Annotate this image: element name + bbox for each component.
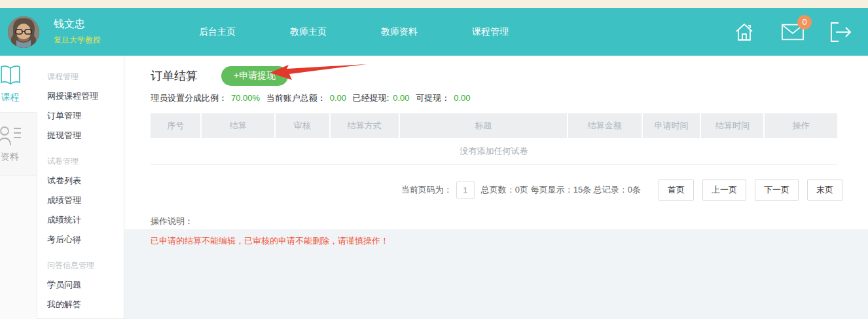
page-number-input[interactable] <box>456 181 475 199</box>
sidebar-section-qa-management: 问答信息管理 <box>47 255 124 275</box>
table-header-settlement-method: 结算方式 <box>331 113 399 138</box>
withdrawn-value: 0.00 <box>393 93 409 103</box>
header-nav: 后台主页 教师主页 教师资料 课程管理 <box>199 26 563 38</box>
sidebar-item-score-management[interactable]: 成绩管理 <box>47 191 124 210</box>
rail-label-profile: 资料 <box>1 151 19 163</box>
main-area: 订单结算 +申请提现 理员设置分成比例：70.00% 当前账户总额：0.00 已… <box>124 56 868 319</box>
available-label: 可提现： <box>416 93 450 103</box>
ratio-value: 70.00% <box>231 93 260 103</box>
table-header-settle-time: 结算时间 <box>701 113 763 138</box>
rail-item-profile[interactable]: 资料 <box>0 112 37 176</box>
table-header-review: 审核 <box>276 113 329 138</box>
mail-badge: 0 <box>797 15 812 29</box>
settlement-table: 序号 结算 审核 结算方式 标题 结算金额 申请时间 结算时间 操作 没有添加任… <box>151 113 837 165</box>
balance-label: 当前账户总额： <box>266 93 326 103</box>
sidebar-section-exam-management: 试卷管理 <box>47 151 124 171</box>
table-empty-state: 没有添加任何试卷 <box>151 138 837 165</box>
home-icon[interactable] <box>733 21 755 43</box>
page-body: 课程 资料 课程管理 网授课程管理 订单管理 提现管理 试卷管理 试卷列表 成绩… <box>0 56 868 319</box>
next-page-button[interactable]: 下一页 <box>755 179 799 201</box>
available-value: 0.00 <box>454 93 470 103</box>
balance-value: 0.00 <box>330 93 346 103</box>
page-title: 订单结算 <box>151 68 198 84</box>
nav-item-teacher-home[interactable]: 教师主页 <box>290 26 327 38</box>
current-page-label: 当前页码为： <box>401 184 452 196</box>
table-header-row: 序号 结算 审核 结算方式 标题 结算金额 申请时间 结算时间 操作 <box>151 113 837 138</box>
sidebar-item-score-statistics[interactable]: 成绩统计 <box>47 210 124 230</box>
sidebar-item-exam-reflection[interactable]: 考后心得 <box>47 230 124 250</box>
apply-withdraw-button[interactable]: +申请提现 <box>221 66 288 86</box>
user-info: 钱文忠 复旦大学教授 <box>54 18 101 46</box>
avatar[interactable] <box>8 16 39 48</box>
profile-icon <box>0 125 22 146</box>
header-icons: 0 <box>707 8 852 56</box>
prev-page-button[interactable]: 上一页 <box>702 179 746 201</box>
nav-item-course-management[interactable]: 课程管理 <box>472 26 509 38</box>
table-header-settlement: 结算 <box>202 113 274 138</box>
settlement-stats: 理员设置分成比例：70.00% 当前账户总额：0.00 已经提现:0.00 可提… <box>151 92 844 104</box>
last-page-button[interactable]: 末页 <box>807 179 842 201</box>
book-icon <box>0 64 22 86</box>
pagination-summary: 总页数：0页 每页显示：15条 总记录：0条 <box>481 184 641 196</box>
nav-item-admin-home[interactable]: 后台主页 <box>199 26 236 38</box>
rail-item-courses[interactable]: 课程 <box>0 56 37 112</box>
top-strip <box>0 0 868 8</box>
logout-icon[interactable] <box>830 21 852 43</box>
sidebar-item-exam-list[interactable]: 试卷列表 <box>47 171 124 191</box>
user-name: 钱文忠 <box>54 18 101 31</box>
rail-label-courses: 课程 <box>1 92 20 103</box>
sidebar-item-my-answers[interactable]: 我的解答 <box>47 295 124 314</box>
sidebar-menu: 课程管理 网授课程管理 订单管理 提现管理 试卷管理 试卷列表 成绩管理 成绩统… <box>37 56 124 319</box>
sidebar-item-online-course-management[interactable]: 网授课程管理 <box>47 86 124 106</box>
user-role: 复旦大学教授 <box>54 35 101 46</box>
table-header-apply-time: 申请时间 <box>643 113 700 138</box>
sidebar-section-course-management: 课程管理 <box>47 67 124 86</box>
table-header-amount: 结算金额 <box>568 113 642 138</box>
note-label: 操作说明： <box>151 216 844 227</box>
first-page-button[interactable]: 首页 <box>659 179 694 201</box>
ratio-label: 理员设置分成比例： <box>151 93 227 103</box>
sidebar-item-withdraw-management[interactable]: 提现管理 <box>47 126 124 145</box>
mail-icon[interactable]: 0 <box>782 21 804 43</box>
title-row: 订单结算 +申请提现 <box>151 66 844 86</box>
table-header-index: 序号 <box>151 113 200 138</box>
app-header: 钱文忠 复旦大学教授 后台主页 教师主页 教师资料 课程管理 0 <box>0 8 868 56</box>
warning-text: 已申请的结算不能编辑，已审核的申请不能删除，请谨慎操作！ <box>151 235 844 247</box>
table-header-actions: 操作 <box>765 113 837 138</box>
sidebar-item-order-management[interactable]: 订单管理 <box>47 106 124 126</box>
icon-rail: 课程 资料 <box>0 56 37 319</box>
table-header-title: 标题 <box>400 113 567 138</box>
pagination: 当前页码为： 总页数：0页 每页显示：15条 总记录：0条 首页 上一页 下一页… <box>151 179 842 201</box>
sidebar-item-student-questions[interactable]: 学员问题 <box>47 275 124 295</box>
nav-item-teacher-profile[interactable]: 教师资料 <box>381 26 418 38</box>
main-content-card: 订单结算 +申请提现 理员设置分成比例：70.00% 当前账户总额：0.00 已… <box>124 56 868 229</box>
avatar-image <box>8 16 39 48</box>
withdrawn-label: 已经提现: <box>353 93 389 103</box>
